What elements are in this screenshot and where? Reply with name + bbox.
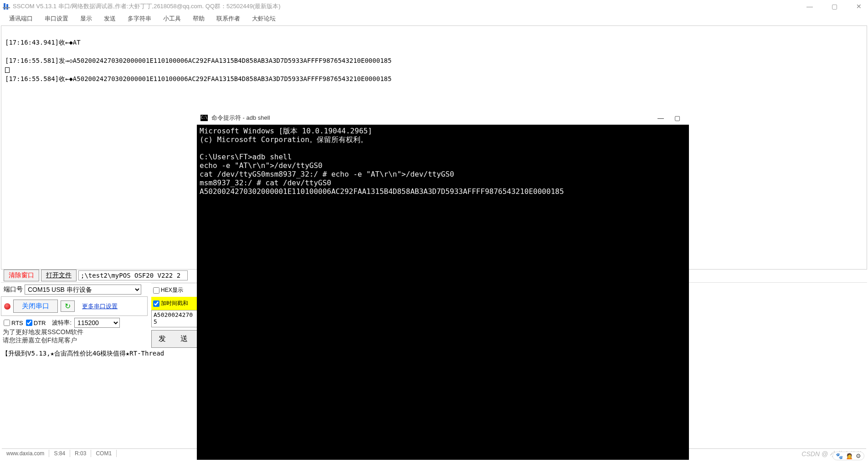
status-port: COM1 xyxy=(91,450,117,457)
clear-window-button[interactable]: 清除窗口 xyxy=(4,270,39,281)
promo-text: 为了更好地发展SSCOM软件 请您注册嘉立创F结尾客户 xyxy=(3,328,83,344)
cmd-titlebar[interactable]: C:\ 命令提示符 - adb shell ― ▢ xyxy=(197,111,689,125)
person-icon: 🙍 xyxy=(846,453,853,459)
titlebar: SSCOM V5.13.1 串口/网络数据调试器,作者:大虾丁丁,2618058… xyxy=(0,0,868,13)
status-sent: S:84 xyxy=(49,450,70,457)
promo-upgrade: 【升级到V5.13,★合宙高性价比4G模块值得★RT-Thread xyxy=(2,350,164,358)
cmd-line: cat /dev/ttyGS0msm8937_32:/ # echo -e "A… xyxy=(200,170,454,178)
cmd-maximize-button[interactable]: ▢ xyxy=(669,114,685,122)
log-line: [17:16:55.584]收←◆A5020024270302000001E11… xyxy=(5,75,391,82)
close-port-button[interactable]: 关闭串口 xyxy=(13,300,58,313)
record-indicator-icon xyxy=(4,303,10,310)
svg-rect-1 xyxy=(6,4,8,10)
dtr-checkbox[interactable]: DTR xyxy=(26,320,46,326)
send-button[interactable]: 发 送 xyxy=(151,330,201,348)
paw-icon: 🐾 xyxy=(836,453,843,459)
menu-contact[interactable]: 联系作者 xyxy=(212,14,245,24)
log-line: [17:16:43.941]收←◆AT xyxy=(5,39,81,46)
cmd-window: C:\ 命令提示符 - adb shell ― ▢ Microsoft Wind… xyxy=(197,111,689,460)
log-box-glyph xyxy=(5,67,10,73)
open-file-button[interactable]: 打开文件 xyxy=(41,270,77,281)
app-icon xyxy=(3,3,10,10)
svg-rect-0 xyxy=(4,3,5,10)
menu-comport[interactable]: 通讯端口 xyxy=(5,14,37,24)
window-title: SSCOM V5.13.1 串口/网络数据调试器,作者:大虾丁丁,2618058… xyxy=(13,2,281,10)
hex-display-checkbox[interactable]: HEX显示 xyxy=(153,286,183,294)
send-data-box[interactable]: A5020024270 5 xyxy=(151,310,201,327)
status-recv: R:03 xyxy=(70,450,91,457)
cmd-icon: C:\ xyxy=(200,115,208,121)
menu-tools[interactable]: 小工具 xyxy=(159,14,185,24)
menu-multistring[interactable]: 多字符串 xyxy=(123,14,156,24)
cmd-line: echo -e "AT\r\n">/dev/ttyGS0 xyxy=(200,161,323,170)
cmd-line: Microsoft Windows [版本 10.0.19044.2965] xyxy=(200,127,372,135)
cmd-line: (c) Microsoft Corporation。保留所有权利。 xyxy=(200,135,368,144)
menu-forum[interactable]: 大虾论坛 xyxy=(247,14,280,24)
menu-serial-settings[interactable]: 串口设置 xyxy=(40,14,73,24)
cmd-minimize-button[interactable]: ― xyxy=(652,114,669,122)
status-url: www.daxia.com xyxy=(2,450,49,457)
tray-icons: 🐾 🙍 ⚙ xyxy=(832,452,864,460)
close-button[interactable]: ✕ xyxy=(853,3,865,10)
log-line: [17:16:55.581]发→◇A5020024270302000001E11… xyxy=(5,57,391,64)
gear-icon: ⚙ xyxy=(856,453,861,459)
cmd-line: A5020024270302000001E110100006AC292FAA13… xyxy=(200,187,564,196)
baud-label: 波特率: xyxy=(52,319,72,327)
svg-rect-2 xyxy=(3,7,10,8)
baud-select[interactable]: 115200 xyxy=(74,318,120,328)
file-path-input[interactable] xyxy=(78,270,188,280)
timestamp-checkbox[interactable]: 加时间戳和 xyxy=(153,300,188,307)
more-settings-link[interactable]: 更多串口设置 xyxy=(82,302,118,310)
cmd-line: C:\Users\FT>adb shell xyxy=(200,153,292,161)
cmd-line: msm8937_32:/ # cat /dev/ttyGS0 xyxy=(200,178,331,187)
cmd-body[interactable]: Microsoft Windows [版本 10.0.19044.2965] (… xyxy=(197,125,689,460)
port-select[interactable]: COM15 USB 串行设备 xyxy=(25,285,141,295)
cmd-title: 命令提示符 - adb shell xyxy=(211,114,270,122)
rts-checkbox[interactable]: RTS xyxy=(4,320,23,326)
menu-send[interactable]: 发送 xyxy=(99,14,120,24)
right-column: HEX显示 加时间戳和 A5020024270 5 发 送 xyxy=(151,283,201,348)
menu-help[interactable]: 帮助 xyxy=(188,14,209,24)
menu-display[interactable]: 显示 xyxy=(76,14,97,24)
minimize-button[interactable]: ― xyxy=(803,3,816,10)
menubar: 通讯端口 串口设置 显示 发送 多字符串 小工具 帮助 联系作者 大虾论坛 xyxy=(0,13,868,25)
port-label: 端口号 xyxy=(4,285,23,294)
reload-button[interactable]: ↻ xyxy=(61,300,75,312)
maximize-button[interactable]: ▢ xyxy=(828,3,841,10)
